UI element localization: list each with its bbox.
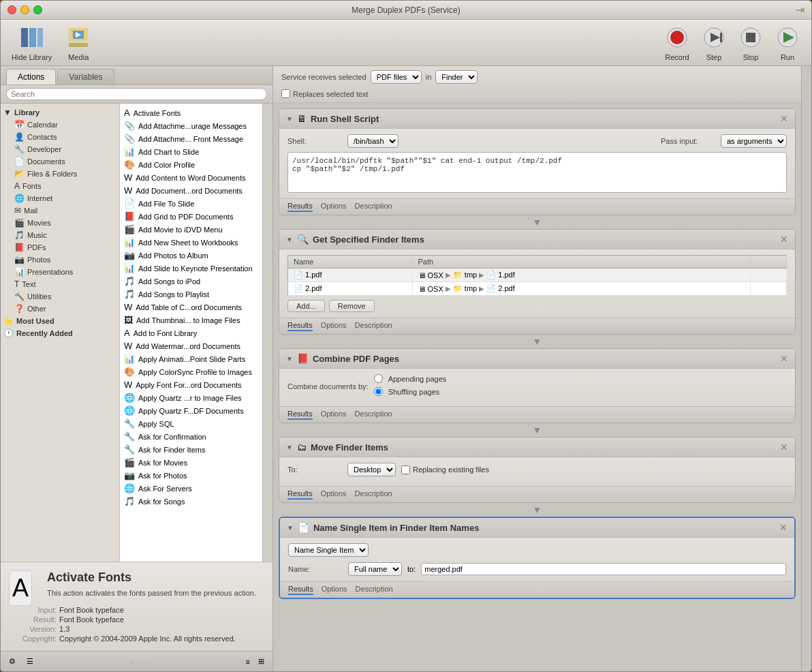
grid-view-button[interactable]: ⊞ (255, 656, 267, 667)
action-list-item[interactable]: 📎Add Attachme... Front Message (120, 132, 262, 145)
record-button[interactable]: Record (664, 25, 690, 61)
tree-item-most-used[interactable]: ⭐ Most Used (1, 315, 119, 327)
maximize-button[interactable] (33, 5, 42, 14)
tree-item-recently-added[interactable]: 🕐 Recently Added (1, 327, 119, 339)
run-button[interactable]: Run (775, 25, 800, 61)
run-shell-tab-options[interactable]: Options (321, 202, 347, 212)
action-list-item[interactable]: WAdd Table of C...ord Documents (120, 301, 262, 314)
action-list-item[interactable]: 📊Apply Animati...Point Slide Parts (120, 352, 262, 365)
right-scrollbar[interactable] (801, 66, 811, 671)
tree-item-contacts[interactable]: 👤 Contacts (1, 131, 119, 143)
tree-item-mail[interactable]: ✉ Mail (1, 204, 119, 217)
tab-actions[interactable]: Actions (6, 69, 56, 85)
move-finder-tab-description[interactable]: Description (355, 489, 392, 500)
action-list-item[interactable]: 🎵Ask for Songs (120, 495, 262, 508)
action-list-item[interactable]: 📕Add Grid to PDF Documents (120, 210, 262, 223)
action-list-item[interactable]: 🌐Apply Quartz ...r to Image Files (120, 391, 262, 404)
action-list-item[interactable]: 🌐Apply Quartz F...DF Documents (120, 404, 262, 417)
pass-input-select[interactable]: as arguments (721, 134, 787, 148)
move-finder-tab-results[interactable]: Results (287, 489, 313, 500)
get-finder-chevron[interactable]: ▼ (286, 236, 293, 243)
remove-button[interactable]: Remove (329, 300, 375, 312)
action-list-item[interactable]: 🔧Apply SQL (120, 417, 262, 430)
combine-tab-results[interactable]: Results (287, 410, 313, 420)
run-shell-tab-results[interactable]: Results (287, 202, 313, 212)
tree-item-pdfs[interactable]: 📕 PDFs (1, 241, 119, 254)
action-list-item[interactable]: WAdd Content to Word Documents (120, 171, 262, 184)
combine-tab-description[interactable]: Description (355, 410, 392, 420)
move-finder-close[interactable]: ✕ (780, 442, 788, 453)
action-list-item[interactable]: 🎵Add Songs to iPod (120, 275, 262, 288)
action-list-item[interactable]: 📄Add File To Slide (120, 197, 262, 210)
action-list-item[interactable]: 🖼Add Thumbnai... to Image Files (120, 314, 262, 326)
move-finder-chevron[interactable]: ▼ (286, 444, 293, 451)
name-option-select[interactable]: Full name (348, 562, 402, 576)
tab-variables[interactable]: Variables (57, 69, 114, 85)
media-button[interactable]: Media (65, 25, 91, 61)
action-list-item[interactable]: AAdd to Font Library (120, 326, 262, 339)
get-finder-close[interactable]: ✕ (780, 234, 788, 245)
shell-code[interactable]: /usr/local/bin/pdftk "$path""$1" cat end… (287, 152, 787, 193)
to-select[interactable]: Desktop (347, 463, 396, 476)
add-button[interactable]: Add... (287, 300, 325, 312)
action-list-item[interactable]: 📊Add Slide to Keynote Presentation (120, 262, 262, 275)
tree-item-utilities[interactable]: 🔨 Utilities (1, 290, 119, 303)
minimize-button[interactable] (20, 5, 29, 14)
move-finder-tab-options[interactable]: Options (321, 489, 347, 500)
action-list-item[interactable]: 🎨Apply ColorSync Profile to Images (120, 365, 262, 378)
action-list-item[interactable]: WAdd Watermar...ord Documents (120, 339, 262, 352)
stop-button[interactable]: Stop (738, 25, 764, 61)
service-finder-select[interactable]: Finder (435, 70, 478, 84)
action-list-item[interactable]: 📎Add Attachme...urage Messages (120, 119, 262, 132)
add-workflow-button[interactable]: ☰ (24, 656, 36, 667)
name-single-close[interactable]: ✕ (779, 522, 787, 533)
action-list-item[interactable]: 🔧Ask for Confirmation (120, 430, 262, 443)
list-view-button[interactable]: ≡ (243, 656, 253, 667)
close-button[interactable] (7, 5, 16, 14)
appending-radio[interactable] (374, 374, 383, 383)
combine-tab-options[interactable]: Options (321, 410, 347, 420)
settings-button[interactable]: ⚙ (6, 656, 18, 667)
run-shell-close[interactable]: ✕ (780, 113, 788, 124)
tree-item-text[interactable]: T Text (1, 278, 119, 290)
combine-pdf-chevron[interactable]: ▼ (286, 355, 293, 363)
action-list-item[interactable]: 📊Add New Sheet to Workbooks (120, 236, 262, 249)
tree-item-fonts[interactable]: A Fonts (1, 180, 119, 192)
run-shell-tab-description[interactable]: Description (355, 202, 392, 212)
tree-item-documents[interactable]: 📄 Documents (1, 155, 119, 168)
action-list-item[interactable]: 📊Add Chart to Slide (120, 145, 262, 158)
replacing-checkbox[interactable] (401, 465, 410, 474)
shell-select[interactable]: /bin/bash (347, 134, 399, 148)
shuffling-radio[interactable] (374, 387, 383, 396)
name-single-chevron[interactable]: ▼ (287, 524, 294, 532)
tree-item-internet[interactable]: 🌐 Internet (1, 192, 119, 204)
to-value-input[interactable] (421, 563, 786, 575)
tree-item-developer[interactable]: 🔧 Developer (1, 143, 119, 155)
name-single-tab-results[interactable]: Results (288, 585, 313, 595)
action-list-item[interactable]: WAdd Document...ord Documents (120, 184, 262, 197)
action-list-item[interactable]: 🎬Ask for Movies (120, 456, 262, 469)
tree-item-presentations[interactable]: 📊 Presentations (1, 266, 119, 278)
step-button[interactable]: Step (701, 25, 727, 61)
tree-item-other[interactable]: ❓ Other (1, 303, 119, 315)
tree-item-movies[interactable]: 🎬 Movies (1, 217, 119, 229)
action-list-item[interactable]: 📷Add Photos to Album (120, 249, 262, 262)
tree-item-library[interactable]: ▼ Library (1, 106, 119, 119)
get-finder-tab-description[interactable]: Description (355, 321, 392, 331)
action-list-item[interactable]: WApply Font For...ord Documents (120, 378, 262, 391)
action-list-item[interactable]: 🌐Ask For Servers (120, 482, 262, 495)
get-finder-tab-options[interactable]: Options (321, 321, 347, 331)
hide-library-button[interactable]: Hide Library (12, 25, 52, 61)
action-list-item[interactable]: 🎬Add Movie to iDVD Menu (120, 223, 262, 236)
tree-item-music[interactable]: 🎵 Music (1, 229, 119, 241)
tree-item-files-folders[interactable]: 📂 Files & Folders (1, 168, 119, 180)
tree-item-calendar[interactable]: 📅 Calendar (1, 119, 119, 131)
name-single-dropdown[interactable]: Name Single Item (288, 543, 369, 557)
action-list-item[interactable]: 🔧Ask for Finder Items (120, 443, 262, 456)
name-single-tab-options[interactable]: Options (322, 585, 347, 595)
name-single-tab-description[interactable]: Description (356, 585, 393, 595)
tree-item-photos[interactable]: 📷 Photos (1, 254, 119, 266)
action-list-scrollbar[interactable] (262, 104, 272, 562)
replaces-checkbox[interactable] (281, 89, 290, 98)
action-list-item[interactable]: 📷Ask for Photos (120, 469, 262, 482)
